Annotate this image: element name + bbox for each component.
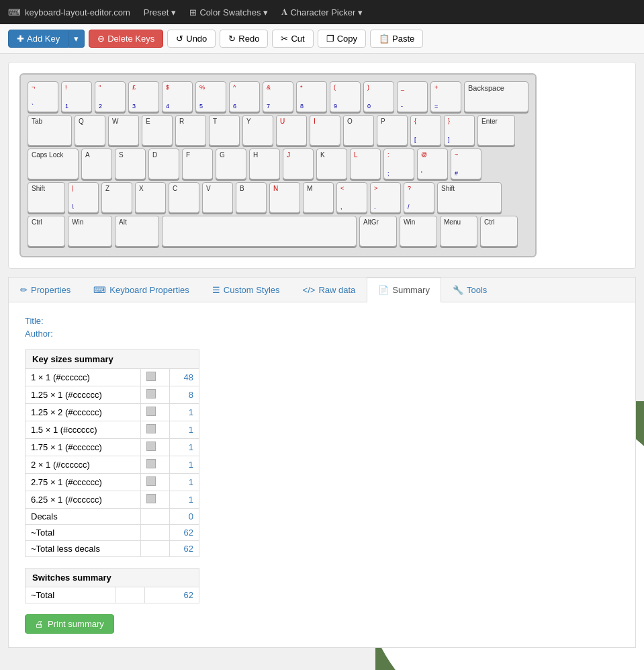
- key-lbracket[interactable]: { [: [410, 115, 441, 146]
- tab-raw-data[interactable]: </> Raw data: [291, 278, 367, 302]
- key-k[interactable]: K: [316, 149, 347, 179]
- tab-summary[interactable]: 📄 Summary: [367, 278, 441, 302]
- tab-custom-styles[interactable]: ☰ Custom Styles: [201, 278, 291, 302]
- key-period[interactable]: > .: [370, 182, 401, 213]
- key-t[interactable]: T: [209, 115, 240, 146]
- key-sizes-header: Key sizes summary: [26, 350, 199, 369]
- switches-header: Switches summary: [26, 569, 199, 587]
- key-q[interactable]: Q: [75, 115, 105, 146]
- key-h[interactable]: H: [249, 149, 280, 179]
- add-key-button[interactable]: ✚ Add Key: [8, 30, 68, 48]
- key-backtick[interactable]: ¬ `: [28, 81, 58, 112]
- key-size-swatch-cell: [140, 421, 169, 439]
- key-o[interactable]: O: [343, 115, 374, 146]
- key-size-swatch-cell: [140, 525, 169, 541]
- tab-properties[interactable]: ✏ Properties: [9, 278, 82, 302]
- title-label: Title:: [25, 316, 44, 326]
- key-rbracket[interactable]: } ]: [444, 115, 475, 146]
- paste-button[interactable]: 📋 Paste: [370, 30, 423, 48]
- preset-menu[interactable]: Preset ▾: [144, 7, 177, 17]
- key-5[interactable]: % 5: [195, 81, 226, 112]
- print-summary-button[interactable]: 🖨 Print summary: [25, 614, 114, 634]
- key-0[interactable]: ) 0: [363, 81, 394, 112]
- key-r[interactable]: R: [175, 115, 206, 146]
- add-key-dropdown-button[interactable]: ▾: [68, 30, 85, 48]
- color-swatch: [146, 459, 156, 468]
- cut-button[interactable]: ✂ Cut: [272, 30, 313, 48]
- key-rwin[interactable]: Win: [400, 216, 437, 247]
- toolbar: ✚ Add Key ▾ ⊖ Delete Keys ↺ Undo ↻ Redo …: [0, 24, 644, 54]
- copy-button[interactable]: ❐ Copy: [318, 30, 366, 48]
- brand-label: keyboard-layout-editor.com: [25, 7, 130, 17]
- preset-label: Preset: [144, 7, 169, 17]
- undo-button[interactable]: ↺ Undo: [167, 30, 216, 48]
- key-d[interactable]: D: [148, 149, 179, 179]
- key-menu[interactable]: Menu: [440, 216, 477, 247]
- key-rctrl[interactable]: Ctrl: [480, 216, 518, 247]
- key-lshift[interactable]: Shift: [28, 182, 65, 213]
- key-g[interactable]: G: [216, 149, 246, 179]
- color-swatches-menu[interactable]: ⊞ Color Swatches ▾: [189, 7, 268, 17]
- key-quote[interactable]: @ ': [417, 149, 448, 179]
- key-w[interactable]: W: [108, 115, 139, 146]
- key-p[interactable]: P: [377, 115, 408, 146]
- character-picker-menu[interactable]: 𝐀 Character Picker ▾: [281, 7, 363, 17]
- delete-keys-button[interactable]: ⊖ Delete Keys: [89, 30, 163, 48]
- key-lctrl[interactable]: Ctrl: [28, 216, 65, 247]
- key-l[interactable]: L: [350, 149, 381, 179]
- color-swatch: [146, 389, 156, 399]
- summary-meta: Title: Author:: [25, 316, 619, 339]
- minus-icon: ⊖: [97, 34, 105, 44]
- key-n[interactable]: N: [269, 182, 300, 213]
- key-slash[interactable]: ? /: [404, 182, 434, 213]
- key-f[interactable]: F: [182, 149, 213, 179]
- key-4[interactable]: $ 4: [162, 81, 193, 112]
- key-c[interactable]: C: [169, 182, 199, 213]
- key-8[interactable]: * 8: [296, 81, 327, 112]
- key-capslock[interactable]: Caps Lock: [28, 149, 79, 179]
- redo-button[interactable]: ↻ Redo: [220, 30, 268, 48]
- key-m[interactable]: M: [303, 182, 334, 213]
- key-lalt[interactable]: Alt: [115, 216, 159, 247]
- key-rshift[interactable]: Shift: [437, 182, 502, 213]
- key-equals[interactable]: + =: [430, 81, 461, 112]
- key-j[interactable]: J: [283, 149, 314, 179]
- key-9[interactable]: ( 9: [330, 81, 361, 112]
- key-x[interactable]: X: [135, 182, 166, 213]
- key-backspace[interactable]: Backspace: [464, 81, 528, 112]
- key-3[interactable]: £ 3: [128, 81, 159, 112]
- key-i[interactable]: I: [310, 115, 340, 146]
- key-1[interactable]: ! 1: [61, 81, 92, 112]
- key-minus[interactable]: _ -: [397, 81, 428, 112]
- key-space[interactable]: [162, 216, 357, 247]
- key-lwin[interactable]: Win: [68, 216, 112, 247]
- key-e[interactable]: E: [142, 115, 173, 146]
- tab-keyboard-properties[interactable]: ⌨ Keyboard Properties: [82, 278, 201, 302]
- key-s[interactable]: S: [115, 149, 146, 179]
- key-tab[interactable]: Tab: [28, 115, 72, 146]
- summary-tab-content: Title: Author: Key sizes summary 1 × 1 (…: [9, 302, 635, 647]
- key-v[interactable]: V: [202, 182, 233, 213]
- key-6[interactable]: ^ 6: [229, 81, 260, 112]
- keyboard-icon: ⌨: [8, 7, 21, 17]
- key-a[interactable]: A: [81, 149, 112, 179]
- key-enter[interactable]: Enter: [477, 115, 515, 146]
- key-y[interactable]: Y: [242, 115, 273, 146]
- key-size-row: ~Total62: [26, 525, 199, 541]
- key-semicolon[interactable]: : ;: [383, 149, 414, 179]
- key-b[interactable]: B: [236, 182, 267, 213]
- switch-label: ~Total: [26, 587, 116, 603]
- tab-tools[interactable]: 🔧 Tools: [441, 278, 498, 302]
- switch-count: 62: [144, 587, 199, 603]
- key-u[interactable]: U: [276, 115, 307, 146]
- key-size-count: 1: [170, 421, 199, 439]
- key-z[interactable]: Z: [101, 182, 132, 213]
- key-7[interactable]: & 7: [263, 81, 293, 112]
- key-backslash[interactable]: | \: [68, 182, 99, 213]
- key-altgr[interactable]: AltGr: [359, 216, 397, 247]
- color-swatch: [146, 372, 156, 381]
- key-hash[interactable]: ~ #: [451, 149, 481, 179]
- key-comma[interactable]: < ,: [336, 182, 367, 213]
- key-row-3: Caps Lock A S D F G H J K L : ; @ ': [28, 149, 528, 179]
- key-2[interactable]: " 2: [95, 81, 126, 112]
